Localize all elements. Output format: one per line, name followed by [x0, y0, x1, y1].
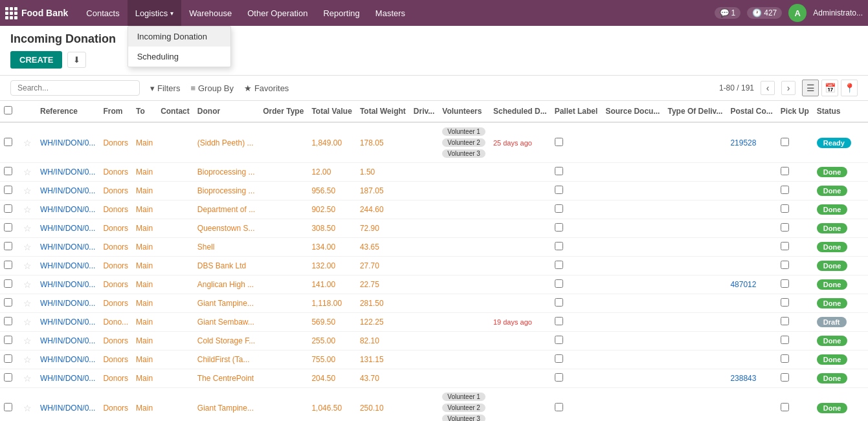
pallet-label-cell[interactable] [551, 163, 602, 182]
messages-button[interactable]: 🕐 427 [747, 7, 782, 19]
donor-link[interactable]: Giant Tampine... [197, 299, 254, 308]
col-postal-code[interactable]: Postal Co... [726, 101, 776, 122]
pick-up-checkbox[interactable] [781, 354, 789, 363]
pick-up-checkbox[interactable] [781, 204, 789, 213]
row-checkbox[interactable] [4, 373, 12, 382]
pallet-label-cell[interactable] [551, 238, 602, 257]
from-link[interactable]: Donors [103, 299, 128, 308]
pallet-label-checkbox[interactable] [555, 138, 563, 146]
from-link[interactable]: Donors [103, 186, 128, 195]
to-link[interactable]: Main [136, 138, 153, 147]
donor-link[interactable]: Cold Storage F... [197, 336, 255, 345]
reference-link[interactable]: WH/IN/DON/0... [40, 336, 95, 345]
to-link[interactable]: Main [136, 404, 153, 413]
pick-up-cell[interactable] [777, 200, 813, 219]
row-checkbox[interactable] [4, 279, 12, 288]
app-logo[interactable]: Food Bank [5, 7, 68, 19]
from-link[interactable]: Donors [103, 205, 128, 214]
reference-link[interactable]: WH/IN/DON/0... [40, 261, 95, 270]
pick-up-checkbox[interactable] [781, 242, 789, 250]
pallet-label-checkbox[interactable] [555, 354, 563, 363]
nav-masters[interactable]: Masters [368, 0, 413, 26]
to-link[interactable]: Main [136, 355, 153, 364]
col-total-value[interactable]: Total Value [307, 101, 356, 122]
favorite-star[interactable]: ☆ [23, 204, 32, 215]
pick-up-cell[interactable] [777, 163, 813, 182]
donor-link[interactable]: Shell [197, 243, 215, 252]
to-link[interactable]: Main [136, 280, 153, 289]
list-view-button[interactable]: ☰ [802, 80, 819, 96]
donor-link[interactable]: Department of ... [197, 205, 255, 214]
col-type-of-deliv[interactable]: Type Of Deliv... [663, 101, 726, 122]
donor-link[interactable]: The CentrePoint [197, 374, 254, 383]
from-link[interactable]: Donors [103, 167, 128, 177]
col-volunteers[interactable]: Volunteers [438, 101, 489, 122]
pallet-label-checkbox[interactable] [555, 336, 563, 344]
favorite-star[interactable]: ☆ [23, 279, 32, 290]
pick-up-checkbox[interactable] [781, 138, 789, 146]
group-by-button[interactable]: ≡ Group By [190, 83, 234, 93]
prev-page-button[interactable]: ‹ [761, 81, 775, 95]
row-checkbox[interactable] [4, 167, 12, 175]
pick-up-cell[interactable] [777, 182, 813, 200]
col-pallet-label[interactable]: Pallet Label [551, 101, 602, 122]
donor-link[interactable]: Anglican High ... [197, 280, 254, 289]
from-link[interactable]: Dono... [103, 318, 128, 327]
pallet-label-cell[interactable] [551, 313, 602, 332]
chat-button[interactable]: 💬 1 [715, 7, 741, 19]
filters-button[interactable]: ▾ Filters [150, 83, 180, 93]
donor-link[interactable]: DBS Bank Ltd [197, 261, 246, 270]
nav-warehouse[interactable]: Warehouse [181, 0, 239, 26]
to-link[interactable]: Main [136, 299, 153, 308]
from-link[interactable]: Donors [103, 243, 128, 252]
donor-link[interactable]: (Siddh Peeth) ... [197, 138, 254, 147]
pick-up-checkbox[interactable] [781, 373, 789, 382]
select-all-header[interactable] [0, 101, 19, 122]
favorite-star[interactable]: ☆ [23, 317, 32, 327]
nav-logistics[interactable]: Logistics ▾ Incoming Donation Scheduling [128, 0, 182, 26]
from-link[interactable]: Donors [103, 224, 128, 233]
col-scheduled-date[interactable]: Scheduled D... [489, 101, 551, 122]
reference-link[interactable]: WH/IN/DON/0... [40, 167, 95, 177]
dropdown-item-incoming-donation[interactable]: Incoming Donation [128, 27, 230, 47]
pick-up-cell[interactable] [777, 238, 813, 257]
favorite-star[interactable]: ☆ [23, 167, 32, 177]
row-checkbox[interactable] [4, 317, 12, 325]
pallet-label-cell[interactable] [551, 351, 602, 369]
pick-up-cell[interactable] [777, 122, 813, 163]
pallet-label-checkbox[interactable] [555, 403, 563, 411]
pallet-label-checkbox[interactable] [555, 242, 563, 250]
nav-other-operation[interactable]: Other Operation [239, 0, 315, 26]
reference-link[interactable]: WH/IN/DON/0... [40, 404, 95, 413]
favorite-star[interactable]: ☆ [23, 354, 32, 365]
favorite-star[interactable]: ☆ [23, 298, 32, 308]
donor-link[interactable]: Bioprocessing ... [197, 186, 255, 195]
pallet-label-checkbox[interactable] [555, 298, 563, 307]
pick-up-cell[interactable] [777, 351, 813, 369]
download-button[interactable]: ⬇ [67, 52, 86, 68]
reference-link[interactable]: WH/IN/DON/0... [40, 355, 95, 364]
pick-up-checkbox[interactable] [781, 223, 789, 232]
pallet-label-cell[interactable] [551, 275, 602, 294]
pick-up-checkbox[interactable] [781, 279, 789, 288]
donor-link[interactable]: Giant Tampine... [197, 404, 254, 413]
to-link[interactable]: Main [136, 336, 153, 345]
pallet-label-cell[interactable] [551, 200, 602, 219]
to-link[interactable]: Main [136, 186, 153, 195]
from-link[interactable]: Donors [103, 138, 128, 147]
reference-link[interactable]: WH/IN/DON/0... [40, 186, 95, 195]
pick-up-cell[interactable] [777, 219, 813, 238]
col-reference[interactable]: Reference [36, 101, 99, 122]
map-view-button[interactable]: 📍 [841, 80, 858, 96]
pick-up-checkbox[interactable] [781, 261, 789, 269]
nav-reporting[interactable]: Reporting [315, 0, 367, 26]
to-link[interactable]: Main [136, 224, 153, 233]
favorite-star[interactable]: ☆ [23, 261, 32, 271]
col-from[interactable]: From [99, 101, 132, 122]
pallet-label-checkbox[interactable] [555, 223, 563, 232]
reference-link[interactable]: WH/IN/DON/0... [40, 243, 95, 252]
donor-link[interactable]: Queenstown S... [197, 224, 255, 233]
pallet-label-checkbox[interactable] [555, 373, 563, 382]
row-checkbox[interactable] [4, 186, 12, 194]
to-link[interactable]: Main [136, 261, 153, 270]
